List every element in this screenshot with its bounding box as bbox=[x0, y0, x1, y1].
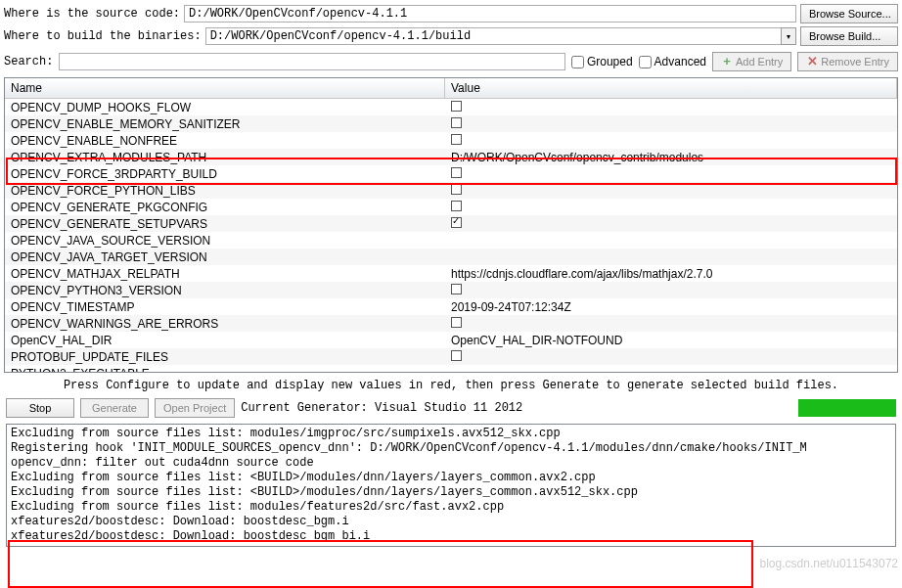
build-label: Where to build the binaries: bbox=[4, 29, 202, 43]
table-row[interactable]: OPENCV_PYTHON3_VERSION bbox=[5, 282, 897, 298]
table-header: Name Value bbox=[5, 78, 897, 99]
checkbox-icon[interactable] bbox=[451, 317, 462, 328]
add-entry-button[interactable]: +Add Entry bbox=[712, 52, 791, 71]
cell-value[interactable] bbox=[445, 217, 897, 231]
progress-bar bbox=[798, 399, 896, 417]
generate-button[interactable]: Generate bbox=[80, 398, 149, 418]
cell-name: OPENCV_FORCE_3RDPARTY_BUILD bbox=[5, 167, 445, 181]
cell-name: OPENCV_FORCE_PYTHON_LIBS bbox=[5, 184, 445, 198]
hint-text: Press Configure to update and display ne… bbox=[0, 373, 902, 398]
table-row[interactable]: OpenCV_HAL_DIROpenCV_HAL_DIR-NOTFOUND bbox=[5, 332, 897, 348]
checkbox-icon[interactable] bbox=[451, 167, 462, 178]
table-row[interactable]: OPENCV_DUMP_HOOKS_FLOW bbox=[5, 99, 897, 115]
browse-source-button[interactable]: Browse Source... bbox=[800, 4, 898, 23]
cell-name: OPENCV_EXTRA_MODULES_PATH bbox=[5, 151, 445, 164]
options-table[interactable]: Name Value OPENCV_DUMP_HOOKS_FLOWOPENCV_… bbox=[4, 77, 898, 373]
cell-value[interactable]: OpenCV_HAL_DIR-NOTFOUND bbox=[445, 334, 897, 347]
cell-name: OpenCV_HAL_DIR bbox=[5, 334, 445, 347]
col-value[interactable]: Value bbox=[445, 78, 897, 98]
cell-value[interactable]: D:/WORK/OpenCVconf/opencv_contrib/module… bbox=[445, 151, 897, 164]
cell-value[interactable] bbox=[445, 167, 897, 181]
remove-entry-button[interactable]: ✕Remove Entry bbox=[797, 52, 898, 71]
table-row[interactable]: OPENCV_MATHJAX_RELPATHhttps://cdnjs.clou… bbox=[5, 265, 897, 282]
cell-name: OPENCV_WARNINGS_ARE_ERRORS bbox=[5, 317, 445, 331]
cell-name: OPENCV_GENERATE_SETUPVARS bbox=[5, 217, 445, 231]
search-input[interactable] bbox=[59, 53, 564, 70]
open-project-button[interactable]: Open Project bbox=[155, 398, 235, 418]
source-label: Where is the source code: bbox=[4, 7, 180, 21]
table-row[interactable]: OPENCV_ENABLE_NONFREE bbox=[5, 132, 897, 149]
cell-name: OPENCV_DUMP_HOOKS_FLOW bbox=[5, 101, 445, 114]
build-input[interactable] bbox=[205, 27, 796, 45]
table-row[interactable]: OPENCV_FORCE_PYTHON_LIBS bbox=[5, 182, 897, 199]
table-row[interactable]: OPENCV_JAVA_TARGET_VERSION bbox=[5, 249, 897, 265]
search-label: Search: bbox=[4, 55, 53, 68]
cell-name: OPENCV_GENERATE_PKGCONFIG bbox=[5, 201, 445, 214]
checkbox-icon[interactable] bbox=[451, 101, 462, 112]
source-input[interactable] bbox=[184, 5, 796, 23]
table-row[interactable]: OPENCV_FORCE_3RDPARTY_BUILD bbox=[5, 165, 897, 182]
current-generator-label: Current Generator: Visual Studio 11 2012 bbox=[241, 401, 522, 415]
cell-value[interactable] bbox=[445, 317, 897, 331]
cell-name: PROTOBUF_UPDATE_FILES bbox=[5, 350, 445, 364]
table-row[interactable]: OPENCV_JAVA_SOURCE_VERSION bbox=[5, 232, 897, 249]
x-icon: ✕ bbox=[806, 56, 818, 68]
cell-value[interactable] bbox=[445, 184, 897, 198]
cell-value[interactable]: 2019-09-24T07:12:34Z bbox=[445, 300, 897, 314]
cell-value[interactable] bbox=[445, 134, 897, 148]
cell-name: OPENCV_ENABLE_NONFREE bbox=[5, 134, 445, 148]
log-output[interactable]: Excluding from source files list: module… bbox=[6, 424, 896, 547]
checkbox-icon[interactable] bbox=[451, 284, 462, 294]
watermark: blog.csdn.net/u011543072 bbox=[760, 557, 898, 570]
cell-name: OPENCV_JAVA_TARGET_VERSION bbox=[5, 250, 445, 264]
checkbox-icon[interactable] bbox=[451, 117, 462, 128]
cell-name: OPENCV_TIMESTAMP bbox=[5, 300, 445, 314]
highlight-log bbox=[8, 540, 753, 588]
checkbox-icon[interactable] bbox=[451, 217, 462, 228]
plus-icon: + bbox=[721, 56, 733, 68]
cell-value[interactable] bbox=[445, 350, 897, 364]
table-row[interactable]: OPENCV_ENABLE_MEMORY_SANITIZER bbox=[5, 115, 897, 132]
cell-name: OPENCV_PYTHON3_VERSION bbox=[5, 284, 445, 297]
cell-name: OPENCV_JAVA_SOURCE_VERSION bbox=[5, 234, 445, 248]
table-row[interactable]: OPENCV_GENERATE_SETUPVARS bbox=[5, 215, 897, 232]
table-row[interactable]: OPENCV_EXTRA_MODULES_PATHD:/WORK/OpenCVc… bbox=[5, 149, 897, 165]
table-row[interactable]: PYTHON2_EXECUTABLE bbox=[5, 365, 897, 373]
cell-name: OPENCV_ENABLE_MEMORY_SANITIZER bbox=[5, 117, 445, 131]
checkbox-icon[interactable] bbox=[451, 201, 462, 211]
table-row[interactable]: OPENCV_WARNINGS_ARE_ERRORS bbox=[5, 315, 897, 332]
advanced-checkbox[interactable]: Advanced bbox=[639, 55, 706, 68]
cell-value[interactable] bbox=[445, 117, 897, 131]
table-row[interactable]: PROTOBUF_UPDATE_FILES bbox=[5, 348, 897, 365]
cell-value[interactable] bbox=[445, 101, 897, 114]
checkbox-icon[interactable] bbox=[451, 134, 462, 145]
cell-value[interactable] bbox=[445, 201, 897, 214]
browse-build-button[interactable]: Browse Build... bbox=[800, 26, 898, 46]
col-name[interactable]: Name bbox=[5, 78, 445, 98]
grouped-checkbox[interactable]: Grouped bbox=[571, 55, 633, 68]
cell-name: OPENCV_MATHJAX_RELPATH bbox=[5, 267, 445, 281]
cell-value[interactable]: https://cdnjs.cloudflare.com/ajax/libs/m… bbox=[445, 267, 897, 281]
checkbox-icon[interactable] bbox=[451, 350, 462, 361]
stop-button[interactable]: Stop bbox=[6, 398, 74, 418]
cell-value[interactable] bbox=[445, 284, 897, 297]
chevron-down-icon[interactable]: ▾ bbox=[781, 27, 796, 45]
checkbox-icon[interactable] bbox=[451, 184, 462, 195]
table-row[interactable]: OPENCV_TIMESTAMP2019-09-24T07:12:34Z bbox=[5, 298, 897, 315]
table-row[interactable]: OPENCV_GENERATE_PKGCONFIG bbox=[5, 199, 897, 215]
